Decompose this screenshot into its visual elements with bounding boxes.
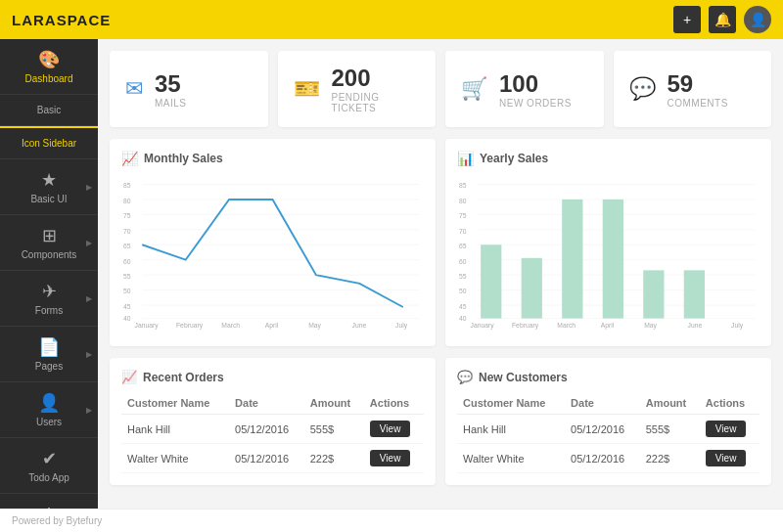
sidebar-item-dashboard[interactable]: 🎨 Dashboard [0, 39, 98, 95]
svg-text:80: 80 [123, 198, 131, 204]
order-action: View [364, 415, 424, 444]
topnav: LARASPACE + 🔔 👤 [0, 0, 783, 39]
bar-mar [562, 200, 582, 319]
sidebar-item-components[interactable]: ⊞ Components ▶ [0, 215, 98, 271]
bar-chart-icon: 📊 [457, 151, 474, 166]
view-button-3[interactable]: View [706, 421, 747, 437]
tickets-number: 200 [332, 65, 421, 92]
svg-text:50: 50 [459, 288, 467, 294]
svg-text:65: 65 [123, 243, 131, 249]
tickets-label: PENDING TICKETS [332, 92, 421, 113]
footer-text: Powered by Bytefury [12, 515, 102, 526]
customer-action: View [700, 415, 760, 444]
comment-icon: 💬 [629, 76, 656, 102]
monthly-sales-label: Monthly Sales [144, 152, 223, 165]
col-amount-2: Amount [640, 392, 700, 415]
sidebar-item-forms[interactable]: ✈ Forms ▶ [0, 271, 98, 327]
table-row: Hank Hill 05/12/2016 555$ View [121, 415, 424, 444]
customer-name: Hank Hill [121, 415, 229, 444]
customer-action: View [700, 444, 760, 473]
todo-icon: ✔ [42, 448, 57, 469]
new-customers-icon: 💬 [457, 370, 473, 384]
monthly-line [142, 200, 403, 307]
svg-text:March: March [557, 322, 576, 329]
svg-text:60: 60 [459, 258, 467, 265]
layout: 🎨 Dashboard Basic Icon Sidebar ★ Basic U… [0, 39, 783, 509]
sidebar-item-icon-sidebar[interactable]: Icon Sidebar [0, 126, 98, 159]
svg-text:February: February [512, 322, 539, 330]
svg-text:85: 85 [459, 182, 467, 189]
sidebar-label-todo: Todo App [28, 472, 69, 483]
svg-text:40: 40 [459, 315, 467, 322]
yearly-sales-label: Yearly Sales [480, 152, 548, 165]
col-customer-name-2: Customer Name [457, 392, 565, 415]
new-customers-table: Customer Name Date Amount Actions Hank H… [457, 392, 760, 473]
recent-orders-title: 📈 Recent Orders [121, 370, 424, 384]
monthly-sales-title: 📈 Monthly Sales [121, 151, 424, 166]
topnav-actions: + 🔔 👤 [673, 6, 771, 33]
sidebar-item-users[interactable]: 👤 Users ▶ [0, 382, 98, 438]
col-date: Date [229, 392, 304, 415]
yearly-bar-chart-svg: 85 80 75 70 65 60 55 50 45 40 [457, 174, 760, 331]
bar-jun [684, 270, 705, 318]
svg-text:65: 65 [459, 243, 467, 249]
new-customers-card: 💬 New Customers Customer Name Date Amoun… [445, 358, 771, 485]
order-amount: 222$ [304, 444, 364, 473]
view-button-1[interactable]: View [370, 421, 411, 437]
sidebar-item-pages[interactable]: 📄 Pages ▶ [0, 327, 98, 382]
main-content: ✉ 35 MAILS 🎫 200 PENDING TICKETS 🛒 100 N… [98, 39, 783, 509]
bell-button[interactable]: 🔔 [709, 6, 736, 33]
svg-text:70: 70 [123, 228, 131, 235]
dashboard-icon: 🎨 [38, 49, 60, 70]
recent-orders-table: Customer Name Date Amount Actions Hank H… [121, 392, 424, 473]
svg-text:February: February [176, 322, 204, 330]
ticket-icon: 🎫 [294, 76, 320, 102]
svg-text:50: 50 [123, 288, 131, 294]
sidebar-item-settings[interactable]: ⚙ Settings [0, 494, 98, 509]
sidebar-item-basic-ui[interactable]: ★ Basic UI ▶ [0, 159, 98, 215]
star-icon: ★ [41, 169, 57, 191]
sidebar-label-basic: Basic [37, 105, 61, 115]
stat-card-orders: 🛒 100 NEW ORDERS [445, 51, 604, 127]
svg-text:75: 75 [123, 212, 131, 219]
sidebar: 🎨 Dashboard Basic Icon Sidebar ★ Basic U… [0, 39, 98, 509]
recent-orders-card: 📈 Recent Orders Customer Name Date Amoun… [110, 358, 436, 485]
view-button-2[interactable]: View [370, 450, 411, 466]
customer-date: 05/12/2016 [565, 415, 640, 444]
stat-info-mails: 35 MAILS [155, 70, 187, 109]
user-avatar[interactable]: 👤 [744, 6, 771, 33]
svg-text:May: May [308, 322, 321, 330]
trend-icon: 📈 [121, 151, 138, 166]
yearly-sales-title: 📊 Yearly Sales [457, 151, 760, 166]
chevron-right-icon: ▶ [86, 183, 92, 192]
chevron-right-icon-2: ▶ [86, 239, 92, 247]
svg-text:June: June [352, 322, 367, 329]
footer: Powered by Bytefury [0, 509, 783, 532]
svg-text:March: March [221, 322, 240, 329]
col-amount: Amount [304, 392, 364, 415]
order-amount: 555$ [304, 415, 364, 444]
mail-icon: ✉ [125, 76, 143, 102]
add-button[interactable]: + [673, 6, 701, 33]
svg-text:May: May [644, 322, 657, 330]
svg-text:April: April [265, 322, 279, 330]
chevron-right-icon-5: ▶ [86, 406, 92, 415]
stat-info-tickets: 200 PENDING TICKETS [332, 65, 421, 113]
orders-icon: 📈 [121, 370, 137, 384]
pages-icon: 📄 [38, 336, 60, 358]
bar-may [643, 270, 664, 318]
sidebar-item-todo[interactable]: ✔ Todo App [0, 438, 98, 494]
view-button-4[interactable]: View [706, 450, 747, 466]
col-customer-name: Customer Name [121, 392, 229, 415]
charts-row: 📈 Monthly Sales 85 80 75 70 65 60 55 50 … [110, 139, 771, 346]
sidebar-label-components: Components [22, 249, 77, 260]
table-row: Walter White 05/12/2016 222$ View [121, 444, 424, 473]
app-logo: LARASPACE [12, 12, 111, 28]
svg-text:July: July [731, 322, 744, 330]
sidebar-item-basic[interactable]: Basic [0, 95, 98, 126]
bar-feb [522, 258, 542, 319]
stat-card-tickets: 🎫 200 PENDING TICKETS [278, 51, 437, 127]
bar-apr [603, 200, 623, 319]
customer-name: Walter White [457, 444, 565, 473]
new-customers-title: 💬 New Customers [457, 370, 760, 384]
